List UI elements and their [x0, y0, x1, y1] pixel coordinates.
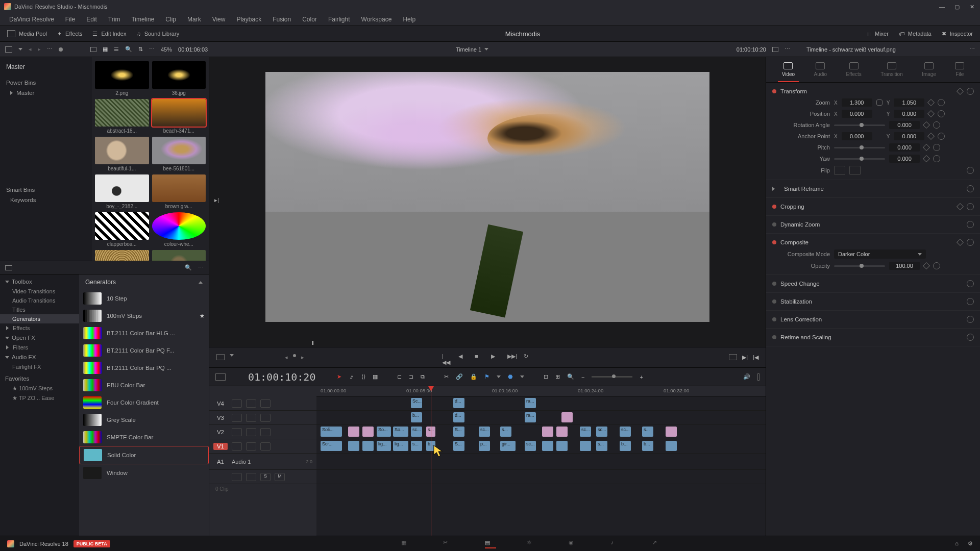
media-page-icon[interactable]: ▦: [401, 539, 412, 548]
timeline-clip[interactable]: [362, 427, 374, 437]
timeline-clip[interactable]: s...: [596, 441, 607, 451]
enable-dot-icon[interactable]: [772, 282, 776, 286]
retime-header[interactable]: Retime and Scaling: [780, 334, 963, 340]
timeline-clip[interactable]: [348, 427, 359, 437]
media-thumb[interactable]: beautiful-1...: [95, 137, 149, 171]
generator-item[interactable]: BT.2111 Color Bar PQ F...: [79, 342, 209, 359]
media-thumb[interactable]: desert-471...: [95, 250, 149, 261]
titles[interactable]: Titles: [0, 305, 79, 314]
nav-back-icon[interactable]: ◂: [29, 46, 32, 53]
chevron-down-icon[interactable]: [484, 48, 488, 51]
overwrite-clip-icon[interactable]: ⊐: [409, 373, 413, 380]
close-icon[interactable]: ✕: [970, 4, 976, 10]
nav-fwd-icon[interactable]: ▸: [38, 46, 41, 53]
reset-icon[interactable]: [967, 280, 974, 287]
media-thumb[interactable]: abstract-18...: [95, 99, 149, 134]
timeline-view-icon[interactable]: [215, 373, 226, 381]
reset-icon[interactable]: [933, 121, 940, 129]
menu-fairlight[interactable]: Fairlight: [323, 15, 355, 24]
settings-icon[interactable]: ⚙: [968, 540, 973, 547]
generator-item[interactable]: Window: [79, 464, 209, 482]
fairlight-page-icon[interactable]: ♪: [610, 539, 622, 548]
reset-icon[interactable]: [938, 133, 945, 140]
timeline-clip[interactable]: sc...: [525, 441, 536, 451]
chevron-down-icon[interactable]: [520, 375, 524, 378]
stabilization-header[interactable]: Stabilization: [780, 298, 963, 305]
media-thumb[interactable]: clapperboa...: [95, 212, 149, 247]
fusion-page-icon[interactable]: ⚛: [527, 539, 538, 548]
composite-mode-dropdown[interactable]: Darker Color: [834, 249, 926, 259]
prev-edit-icon[interactable]: ◂: [285, 354, 288, 361]
timeline-timecode[interactable]: 01:00:10:20: [233, 371, 330, 383]
effects-sub[interactable]: Effects: [0, 323, 79, 333]
pos-x-field[interactable]: 0.000: [842, 110, 872, 118]
pitch-slider[interactable]: [834, 147, 885, 148]
openfx-category[interactable]: Open FX: [0, 333, 79, 343]
lock-icon[interactable]: 🔒: [470, 373, 477, 380]
disable-icon[interactable]: [260, 414, 271, 422]
menu-timeline[interactable]: Timeline: [126, 15, 159, 24]
timeline-clip[interactable]: lig...: [377, 441, 391, 451]
cut-page-icon[interactable]: ✂: [443, 539, 454, 548]
track-v2[interactable]: V2: [209, 425, 316, 439]
fav-tpzo[interactable]: ★ TP ZO... Ease: [0, 393, 79, 403]
timeline-clip[interactable]: s...: [411, 441, 422, 451]
menu-file[interactable]: File: [60, 15, 80, 24]
lock-icon[interactable]: [232, 428, 242, 436]
enable-dot-icon[interactable]: [772, 240, 776, 244]
sound-library-button[interactable]: ♫Sound Library: [136, 31, 179, 37]
playhead[interactable]: [431, 386, 431, 536]
timeline-clip[interactable]: [556, 427, 568, 437]
timeline-clip[interactable]: [666, 427, 677, 437]
timeline-clip[interactable]: sc...: [580, 427, 591, 437]
maximize-icon[interactable]: ▢: [954, 4, 961, 10]
media-thumb[interactable]: boy_-_2182...: [95, 174, 149, 209]
track-v3[interactable]: V3: [209, 411, 316, 425]
anchor-x-field[interactable]: 0.000: [842, 132, 872, 140]
viewer-zoom[interactable]: 45%: [161, 46, 172, 53]
disable-icon[interactable]: [260, 442, 271, 450]
generator-item[interactable]: BT.2111 Color Bar PQ ...: [79, 359, 209, 377]
enable-dot-icon[interactable]: [772, 89, 776, 93]
grid-view-icon[interactable]: ▦: [103, 46, 108, 53]
track-a1[interactable]: A1Audio 12.0: [209, 454, 316, 470]
arrow-tool-icon[interactable]: ➤: [337, 373, 341, 380]
timeline-clip[interactable]: p...: [479, 441, 490, 451]
reset-icon[interactable]: [967, 239, 974, 246]
reset-icon[interactable]: [933, 155, 940, 162]
mute-icon[interactable]: 🔊: [743, 373, 750, 380]
timeline-clip[interactable]: gir...: [500, 441, 516, 451]
reset-icon[interactable]: [938, 110, 945, 117]
timeline-clip[interactable]: sc...: [620, 427, 631, 437]
enable-dot-icon[interactable]: [772, 317, 776, 321]
reset-icon[interactable]: [967, 298, 974, 305]
lens-correction-header[interactable]: Lens Correction: [780, 316, 963, 322]
replace-clip-icon[interactable]: ⧉: [421, 373, 425, 380]
bin-view-icon[interactable]: [5, 46, 12, 53]
track-v4[interactable]: V4: [209, 396, 316, 411]
flip-h-button[interactable]: [834, 166, 845, 175]
keyframe-icon[interactable]: [923, 262, 930, 269]
filters[interactable]: Filters: [0, 343, 79, 352]
menu-view[interactable]: View: [207, 15, 231, 24]
media-pool-button[interactable]: Media Pool: [7, 30, 47, 37]
reset-icon[interactable]: [967, 334, 974, 341]
opacity-slider[interactable]: .insp-slider.r100::after{left:calc(100% …: [834, 265, 885, 267]
timeline-clip[interactable]: [542, 427, 553, 437]
auto-select-icon[interactable]: [246, 442, 256, 450]
media-thumb[interactable]: colour-whe...: [152, 212, 206, 247]
menu-trim[interactable]: Trim: [103, 15, 126, 24]
timeline-clip[interactable]: [580, 441, 591, 451]
timeline-clip[interactable]: [666, 441, 677, 451]
generators-category[interactable]: Generators: [0, 314, 79, 323]
expand-icon[interactable]: ⋯: [969, 46, 975, 53]
inspector-tab-audio[interactable]: Audio: [810, 61, 831, 82]
generator-item[interactable]: 100mV Steps★: [79, 307, 209, 324]
timeline-clip[interactable]: [362, 441, 374, 451]
prev-clip-icon[interactable]: |◀: [753, 354, 758, 361]
link-icon[interactable]: [876, 99, 883, 106]
lock-icon[interactable]: [232, 399, 242, 408]
keyframe-icon[interactable]: [927, 110, 935, 117]
deliver-page-icon[interactable]: ↗: [652, 539, 664, 548]
anchor-y-field[interactable]: 0.000: [894, 132, 924, 140]
